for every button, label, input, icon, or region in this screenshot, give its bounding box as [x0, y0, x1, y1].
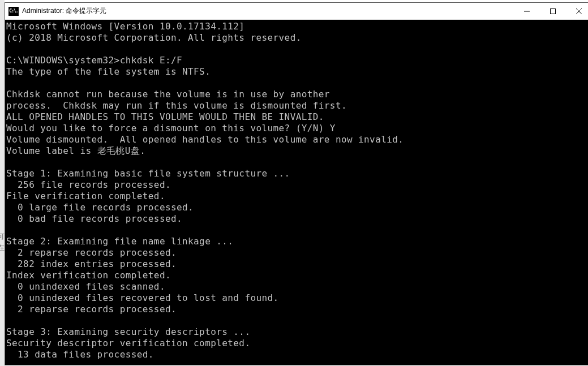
maximize-button[interactable]	[540, 3, 566, 19]
minimize-button[interactable]	[514, 3, 540, 19]
titlebar[interactable]: C:\. Administrator: 命令提示字元	[5, 3, 588, 20]
maximize-icon	[550, 8, 556, 14]
minimize-icon	[524, 8, 530, 14]
app-icon: C:\.	[8, 7, 19, 16]
terminal-output[interactable]: Microsoft Windows [Version 10.0.17134.11…	[5, 20, 588, 365]
close-button[interactable]	[566, 3, 588, 19]
window-title: Administrator: 命令提示字元	[22, 6, 106, 16]
close-icon	[576, 8, 582, 14]
command-prompt-window: C:\. Administrator: 命令提示字元 Microsoft Win…	[5, 2, 588, 365]
background-window-edge: 可 在	[0, 0, 5, 366]
svg-rect-1	[551, 8, 556, 14]
